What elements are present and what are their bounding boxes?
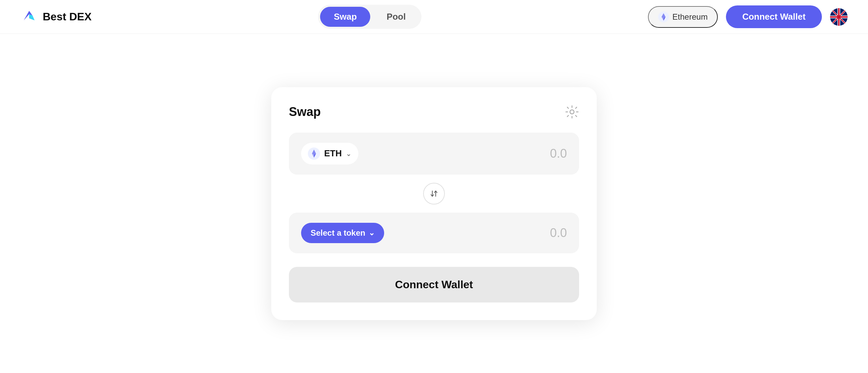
from-token-chevron-icon: ⌄ [346,150,352,158]
to-token-input: Select a token ⌄ 0.0 [289,213,579,253]
tab-swap[interactable]: Swap [320,7,370,27]
network-selector[interactable]: Ethereum [648,6,718,28]
logo-area: Best DEX [20,8,92,26]
header: Best DEX Swap Pool Ethereum Connect Wall… [0,0,868,34]
from-token-symbol: ETH [324,148,342,159]
swap-direction-wrapper [289,183,579,204]
to-token-chevron-icon: ⌄ [369,229,375,237]
logo-icon [20,8,38,26]
from-token-amount[interactable]: 0.0 [550,146,567,161]
ethereum-icon [658,12,669,22]
swap-arrows-icon [429,189,439,198]
swap-card: Swap ETH ⌄ 0.0 [271,87,597,320]
main-content: Swap ETH ⌄ 0.0 [0,34,868,373]
logo-text: Best DEX [43,11,92,23]
language-selector[interactable] [830,8,848,26]
select-token-label: Select a token [311,228,365,238]
swap-direction-button[interactable] [423,183,445,204]
connect-wallet-main-button[interactable]: Connect Wallet [289,267,579,302]
gear-icon [565,105,579,119]
network-label: Ethereum [672,12,708,22]
from-token-selector[interactable]: ETH ⌄ [301,143,358,164]
swap-card-title: Swap [289,105,321,119]
from-token-input: ETH ⌄ 0.0 [289,133,579,175]
to-token-selector[interactable]: Select a token ⌄ [301,223,384,243]
tab-pool[interactable]: Pool [373,7,419,27]
eth-token-icon [308,148,320,160]
svg-point-3 [570,110,574,114]
settings-button[interactable] [565,105,579,119]
swap-card-header: Swap [289,105,579,119]
connect-wallet-header-button[interactable]: Connect Wallet [726,5,822,28]
to-token-amount[interactable]: 0.0 [550,226,567,240]
nav-tabs: Swap Pool [318,5,421,29]
header-right: Ethereum Connect Wallet [648,5,848,28]
